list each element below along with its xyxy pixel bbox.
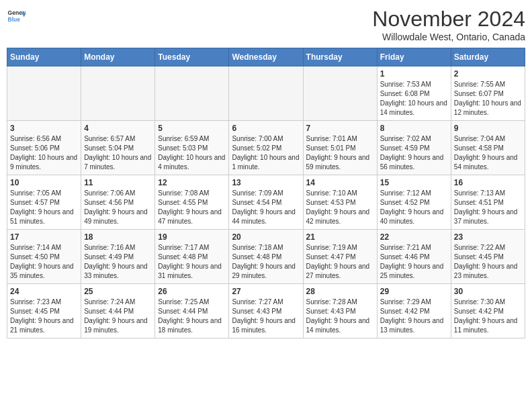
day-cell-5: 5Sunrise: 6:59 AM Sunset: 5:03 PM Daylig… xyxy=(155,121,229,175)
day-number: 10 xyxy=(10,178,78,187)
day-number: 8 xyxy=(380,124,448,133)
day-cell-21: 21Sunrise: 7:19 AM Sunset: 4:47 PM Dayli… xyxy=(303,230,377,284)
weekday-header-thursday: Thursday xyxy=(303,48,377,66)
logo-icon: General Blue xyxy=(7,7,26,26)
day-number: 1 xyxy=(380,69,448,79)
day-info: Sunrise: 7:24 AM Sunset: 4:44 PM Dayligh… xyxy=(84,298,152,335)
day-info: Sunrise: 7:21 AM Sunset: 4:46 PM Dayligh… xyxy=(380,243,448,281)
day-number: 12 xyxy=(158,178,226,187)
day-number: 11 xyxy=(84,178,152,187)
day-number: 30 xyxy=(454,287,522,296)
day-number: 24 xyxy=(10,287,78,296)
day-cell-26: 26Sunrise: 7:25 AM Sunset: 4:44 PM Dayli… xyxy=(155,284,229,338)
day-info: Sunrise: 7:27 AM Sunset: 4:43 PM Dayligh… xyxy=(232,298,300,335)
day-cell-16: 16Sunrise: 7:13 AM Sunset: 4:51 PM Dayli… xyxy=(451,175,525,230)
day-cell-6: 6Sunrise: 7:00 AM Sunset: 5:02 PM Daylig… xyxy=(229,121,303,175)
day-cell-4: 4Sunrise: 6:57 AM Sunset: 5:04 PM Daylig… xyxy=(81,121,155,175)
day-number: 26 xyxy=(158,287,226,296)
day-number: 20 xyxy=(232,232,300,242)
day-number: 2 xyxy=(454,69,522,79)
day-cell-24: 24Sunrise: 7:23 AM Sunset: 4:45 PM Dayli… xyxy=(7,284,81,338)
day-number: 4 xyxy=(84,124,152,133)
day-info: Sunrise: 7:10 AM Sunset: 4:53 PM Dayligh… xyxy=(306,189,374,226)
day-cell-9: 9Sunrise: 7:04 AM Sunset: 4:58 PM Daylig… xyxy=(451,121,525,175)
logo: General Blue xyxy=(7,7,26,26)
month-title: November 2024 xyxy=(372,7,525,32)
day-number: 9 xyxy=(454,124,522,133)
day-number: 19 xyxy=(158,232,226,242)
weekday-header-row: SundayMondayTuesdayWednesdayThursdayFrid… xyxy=(7,48,525,66)
day-cell-30: 30Sunrise: 7:30 AM Sunset: 4:42 PM Dayli… xyxy=(451,284,525,338)
week-row-5: 24Sunrise: 7:23 AM Sunset: 4:45 PM Dayli… xyxy=(7,284,525,338)
week-row-2: 3Sunrise: 6:56 AM Sunset: 5:06 PM Daylig… xyxy=(7,121,525,175)
weekday-header-sunday: Sunday xyxy=(7,48,81,66)
day-cell-12: 12Sunrise: 7:08 AM Sunset: 4:55 PM Dayli… xyxy=(155,175,229,230)
day-number: 22 xyxy=(380,232,448,242)
day-number: 13 xyxy=(232,178,300,187)
day-info: Sunrise: 7:19 AM Sunset: 4:47 PM Dayligh… xyxy=(306,243,374,281)
day-number: 21 xyxy=(306,232,374,242)
page-header: General Blue November 2024 Willowdale We… xyxy=(7,7,525,42)
svg-text:Blue: Blue xyxy=(8,16,21,23)
day-cell-1: 1Sunrise: 7:53 AM Sunset: 6:08 PM Daylig… xyxy=(377,66,451,121)
week-row-1: 1Sunrise: 7:53 AM Sunset: 6:08 PM Daylig… xyxy=(7,66,525,121)
day-info: Sunrise: 7:05 AM Sunset: 4:57 PM Dayligh… xyxy=(10,189,78,226)
day-cell-13: 13Sunrise: 7:09 AM Sunset: 4:54 PM Dayli… xyxy=(229,175,303,230)
day-number: 14 xyxy=(306,178,374,187)
empty-cell xyxy=(81,66,155,121)
day-cell-15: 15Sunrise: 7:12 AM Sunset: 4:52 PM Dayli… xyxy=(377,175,451,230)
day-number: 7 xyxy=(306,124,374,133)
day-info: Sunrise: 7:55 AM Sunset: 6:07 PM Dayligh… xyxy=(454,80,522,118)
day-cell-14: 14Sunrise: 7:10 AM Sunset: 4:53 PM Dayli… xyxy=(303,175,377,230)
day-cell-25: 25Sunrise: 7:24 AM Sunset: 4:44 PM Dayli… xyxy=(81,284,155,338)
day-info: Sunrise: 7:22 AM Sunset: 4:45 PM Dayligh… xyxy=(454,243,522,281)
day-cell-23: 23Sunrise: 7:22 AM Sunset: 4:45 PM Dayli… xyxy=(451,230,525,284)
day-info: Sunrise: 7:01 AM Sunset: 5:01 PM Dayligh… xyxy=(306,134,374,172)
day-info: Sunrise: 7:18 AM Sunset: 4:48 PM Dayligh… xyxy=(232,243,300,281)
day-info: Sunrise: 6:57 AM Sunset: 5:04 PM Dayligh… xyxy=(84,134,152,172)
day-info: Sunrise: 7:13 AM Sunset: 4:51 PM Dayligh… xyxy=(454,189,522,226)
weekday-header-wednesday: Wednesday xyxy=(229,48,303,66)
day-cell-27: 27Sunrise: 7:27 AM Sunset: 4:43 PM Dayli… xyxy=(229,284,303,338)
day-info: Sunrise: 6:56 AM Sunset: 5:06 PM Dayligh… xyxy=(10,134,78,172)
day-number: 27 xyxy=(232,287,300,296)
day-info: Sunrise: 7:25 AM Sunset: 4:44 PM Dayligh… xyxy=(158,298,226,335)
empty-cell xyxy=(229,66,303,121)
week-row-4: 17Sunrise: 7:14 AM Sunset: 4:50 PM Dayli… xyxy=(7,230,525,284)
day-cell-18: 18Sunrise: 7:16 AM Sunset: 4:49 PM Dayli… xyxy=(81,230,155,284)
day-cell-29: 29Sunrise: 7:29 AM Sunset: 4:42 PM Dayli… xyxy=(377,284,451,338)
day-cell-3: 3Sunrise: 6:56 AM Sunset: 5:06 PM Daylig… xyxy=(7,121,81,175)
day-info: Sunrise: 7:23 AM Sunset: 4:45 PM Dayligh… xyxy=(10,298,78,335)
day-info: Sunrise: 7:28 AM Sunset: 4:43 PM Dayligh… xyxy=(306,298,374,335)
day-info: Sunrise: 7:00 AM Sunset: 5:02 PM Dayligh… xyxy=(232,134,300,172)
calendar-table: SundayMondayTuesdayWednesdayThursdayFrid… xyxy=(7,48,525,338)
day-info: Sunrise: 7:12 AM Sunset: 4:52 PM Dayligh… xyxy=(380,189,448,226)
day-info: Sunrise: 7:14 AM Sunset: 4:50 PM Dayligh… xyxy=(10,243,78,281)
empty-cell xyxy=(155,66,229,121)
day-info: Sunrise: 7:04 AM Sunset: 4:58 PM Dayligh… xyxy=(454,134,522,172)
day-info: Sunrise: 7:16 AM Sunset: 4:49 PM Dayligh… xyxy=(84,243,152,281)
day-cell-28: 28Sunrise: 7:28 AM Sunset: 4:43 PM Dayli… xyxy=(303,284,377,338)
day-number: 3 xyxy=(10,124,78,133)
day-info: Sunrise: 7:17 AM Sunset: 4:48 PM Dayligh… xyxy=(158,243,226,281)
day-cell-7: 7Sunrise: 7:01 AM Sunset: 5:01 PM Daylig… xyxy=(303,121,377,175)
day-number: 5 xyxy=(158,124,226,133)
day-number: 15 xyxy=(380,178,448,187)
weekday-header-monday: Monday xyxy=(81,48,155,66)
day-info: Sunrise: 7:30 AM Sunset: 4:42 PM Dayligh… xyxy=(454,298,522,335)
day-number: 23 xyxy=(454,232,522,242)
day-info: Sunrise: 7:09 AM Sunset: 4:54 PM Dayligh… xyxy=(232,189,300,226)
title-area: November 2024 Willowdale West, Ontario, … xyxy=(372,7,525,42)
day-cell-8: 8Sunrise: 7:02 AM Sunset: 4:59 PM Daylig… xyxy=(377,121,451,175)
empty-cell xyxy=(7,66,81,121)
weekday-header-tuesday: Tuesday xyxy=(155,48,229,66)
day-cell-17: 17Sunrise: 7:14 AM Sunset: 4:50 PM Dayli… xyxy=(7,230,81,284)
day-cell-10: 10Sunrise: 7:05 AM Sunset: 4:57 PM Dayli… xyxy=(7,175,81,230)
day-number: 28 xyxy=(306,287,374,296)
day-number: 6 xyxy=(232,124,300,133)
day-cell-11: 11Sunrise: 7:06 AM Sunset: 4:56 PM Dayli… xyxy=(81,175,155,230)
day-cell-20: 20Sunrise: 7:18 AM Sunset: 4:48 PM Dayli… xyxy=(229,230,303,284)
day-cell-22: 22Sunrise: 7:21 AM Sunset: 4:46 PM Dayli… xyxy=(377,230,451,284)
location: Willowdale West, Ontario, Canada xyxy=(372,32,525,42)
day-number: 17 xyxy=(10,232,78,242)
